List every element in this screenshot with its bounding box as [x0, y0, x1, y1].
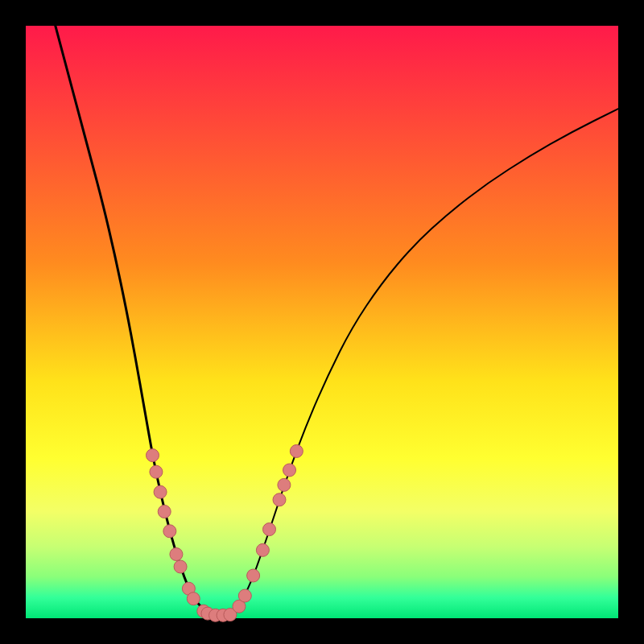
data-marker	[256, 543, 269, 556]
data-marker	[174, 560, 187, 573]
data-marker	[147, 449, 159, 462]
data-marker	[247, 569, 260, 582]
plot-background	[26, 26, 618, 618]
data-marker	[290, 444, 303, 457]
data-marker	[154, 485, 167, 498]
data-marker	[158, 506, 171, 518]
data-marker	[187, 592, 200, 605]
data-marker	[278, 478, 291, 491]
data-marker	[262, 523, 275, 536]
chart-container: TheBottlenecker.com	[0, 0, 644, 644]
data-marker	[238, 589, 251, 602]
chart-svg	[0, 0, 644, 644]
data-marker	[273, 493, 286, 506]
data-marker	[170, 548, 183, 561]
data-marker	[283, 464, 296, 477]
data-marker	[150, 465, 163, 478]
data-marker	[163, 525, 176, 538]
